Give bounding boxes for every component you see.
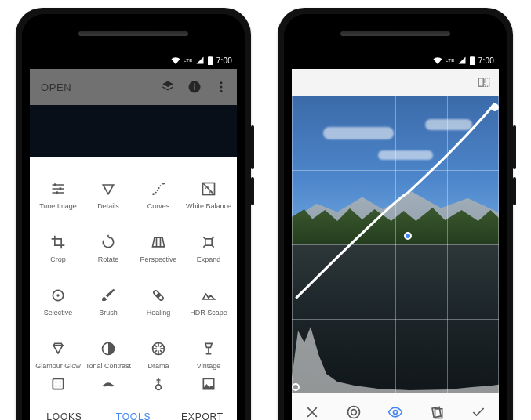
svg-line-32 (160, 345, 162, 347)
svg-line-33 (155, 350, 157, 353)
svg-text:B: B (209, 190, 213, 194)
tool-drama[interactable]: Drama (133, 324, 184, 370)
curves-icon (151, 179, 166, 198)
tool-perspective[interactable]: Perspective (133, 218, 184, 263)
tool-partial-3[interactable] (133, 378, 184, 396)
tab-export[interactable]: EXPORT (168, 400, 237, 420)
tool-glamour-glow[interactable]: Glamour Glow (33, 324, 83, 370)
landscape-icon (201, 286, 216, 305)
apply-button[interactable] (463, 396, 494, 420)
cloud (378, 150, 433, 160)
statusbar: LTE 7:00 (292, 52, 499, 69)
tool-partial-1[interactable] (33, 378, 83, 396)
diamond-icon (50, 339, 66, 358)
editor-bottom-bar (292, 393, 499, 420)
tool-label: Crop (50, 256, 66, 263)
more-icon[interactable] (213, 79, 229, 95)
cloud (425, 119, 472, 130)
svg-point-15 (162, 183, 165, 185)
svg-rect-12 (60, 187, 62, 190)
tool-crop[interactable]: Crop (33, 218, 83, 263)
clock: 7:00 (478, 56, 494, 65)
triangle-down-icon (100, 179, 116, 198)
info-icon[interactable] (187, 79, 202, 95)
image-icon (201, 378, 216, 392)
open-button[interactable]: OPEN (41, 81, 149, 93)
bandage-icon (151, 286, 166, 305)
layers-icon[interactable] (160, 79, 176, 95)
app-header: OPEN (30, 69, 237, 105)
tool-partial-4[interactable] (184, 378, 234, 396)
svg-rect-1 (208, 57, 213, 66)
lte-label: LTE (446, 58, 455, 63)
curve-handle-white[interactable] (491, 103, 499, 111)
svg-point-46 (351, 410, 357, 415)
curve-handle-black[interactable] (292, 383, 300, 391)
svg-point-36 (60, 382, 61, 383)
tool-curves[interactable]: Curves (133, 165, 184, 210)
tools-grid: Tune Image Details Curves WB Whit (30, 163, 237, 400)
wifi-icon (433, 56, 442, 64)
wifi-icon (171, 56, 180, 64)
earpiece (340, 31, 450, 36)
tool-label: Drama (147, 363, 169, 370)
svg-rect-3 (194, 86, 195, 90)
tool-selective[interactable]: Selective (33, 271, 83, 317)
compare-icon[interactable] (475, 74, 493, 91)
svg-rect-23 (155, 292, 161, 298)
tool-tune-image[interactable]: Tune Image (33, 165, 83, 210)
battery-icon (469, 56, 475, 65)
earpiece (78, 31, 188, 36)
tool-label: HDR Scape (190, 310, 227, 317)
svg-point-38 (60, 386, 61, 387)
preview-button[interactable] (380, 396, 411, 420)
tool-label: Tune Image (39, 203, 77, 210)
svg-rect-43 (478, 78, 483, 87)
svg-point-5 (220, 81, 223, 84)
perspective-icon (151, 233, 166, 252)
tab-looks[interactable]: LOOKS (30, 400, 99, 420)
svg-point-39 (156, 385, 162, 390)
tool-brush[interactable]: Brush (83, 271, 133, 317)
svg-rect-19 (205, 238, 212, 244)
tool-healing[interactable]: Healing (133, 271, 184, 317)
screen-left: LTE 7:00 OPEN (30, 52, 237, 420)
svg-rect-0 (209, 56, 211, 57)
tab-tools[interactable]: TOOLS (99, 400, 168, 420)
crop-icon (50, 233, 66, 252)
channel-button[interactable] (338, 396, 369, 420)
tool-label: Expand (197, 256, 221, 263)
wb-icon: WB (201, 179, 216, 198)
cellular-icon (458, 56, 466, 64)
tool-label: Healing (147, 310, 171, 317)
svg-rect-44 (485, 78, 489, 87)
curve-handle-mid[interactable] (404, 232, 412, 240)
tool-details[interactable]: Details (83, 165, 133, 210)
lamp-icon (201, 339, 216, 358)
image-canvas[interactable] (292, 96, 499, 393)
tool-partial-2[interactable] (83, 378, 133, 396)
svg-point-21 (56, 294, 59, 296)
svg-point-14 (152, 193, 155, 195)
tool-tonal-contrast[interactable]: Tonal Contrast (83, 324, 133, 370)
sliders-icon (50, 179, 66, 198)
presets-button[interactable] (421, 396, 453, 420)
tool-vintage[interactable]: Vintage (184, 324, 234, 370)
svg-line-30 (155, 345, 157, 347)
dice-icon (50, 378, 66, 392)
tool-label: Rotate (98, 256, 119, 263)
tool-hdr-scape[interactable]: HDR Scape (184, 271, 234, 317)
svg-point-6 (220, 86, 223, 89)
target-icon (50, 286, 66, 305)
lte-label: LTE (184, 58, 193, 63)
tool-rotate[interactable]: Rotate (83, 218, 133, 263)
contrast-icon (100, 339, 116, 358)
mustache-icon (100, 378, 116, 392)
tool-expand[interactable]: Expand (184, 218, 234, 263)
svg-text:W: W (205, 185, 209, 190)
tool-white-balance[interactable]: WB White Balance (184, 165, 234, 210)
cancel-button[interactable] (296, 396, 328, 420)
cloud (323, 127, 394, 139)
tools-sheet: Tune Image Details Curves WB Whit (30, 157, 237, 420)
statusbar: LTE 7:00 (30, 52, 237, 69)
